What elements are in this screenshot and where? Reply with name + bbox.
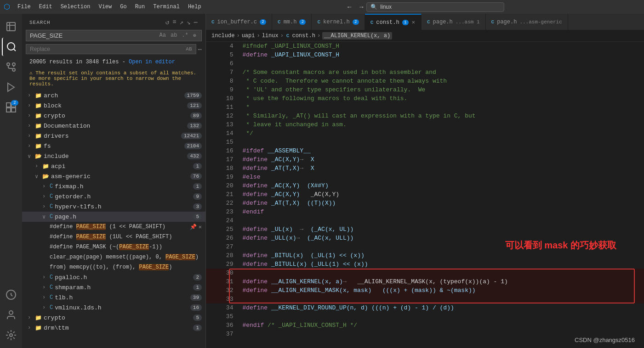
title-search-icon: 🔍 [370, 4, 377, 11]
breadcrumb-function[interactable]: __ALIGN_KERNEL(x, a) [322, 32, 392, 39]
case-sensitive-btn[interactable]: Aa [158, 32, 167, 39]
replace-input[interactable] [30, 46, 184, 52]
pin-icon[interactable]: 📌 [190, 224, 197, 230]
tree-item-block[interactable]: › 📁 block 121 [22, 101, 205, 111]
search-input[interactable] [30, 32, 156, 39]
accounts-icon[interactable] [2, 306, 20, 324]
tree-item-getorder[interactable]: › C getorder.h 9 [22, 191, 205, 202]
source-control-icon[interactable] [2, 58, 20, 76]
view-as-tree-icon[interactable]: ↘ [187, 18, 191, 26]
tab-page-h-asm[interactable]: C page.h ...asm 1 [422, 14, 486, 30]
code-row: 20 #define _AC(X,Y) (X##Y) [206, 181, 644, 190]
nav-back-button[interactable]: ← [344, 2, 354, 12]
menu-run[interactable]: Run [131, 3, 149, 11]
menu-file[interactable]: File [14, 3, 34, 11]
code-row: 36 #endif /* _UAPI_LINUX_CONST_H */ [206, 321, 644, 330]
result-define-page-mask[interactable]: #define PAGE_MASK (~(PAGE_SIZE-1)) [22, 242, 205, 252]
nav-forward-button[interactable]: → [356, 2, 366, 12]
tree-item-asm-generic[interactable]: ∨ 📂 asm-generic 76 [22, 171, 205, 181]
menu-selection[interactable]: Selection [57, 3, 94, 11]
run-debug-icon[interactable] [2, 78, 20, 96]
collapse-all-icon[interactable]: ≡ [172, 18, 177, 26]
tab-ion-buffer[interactable]: C ion_buffer.c 2 [206, 14, 272, 30]
line-number: 15 [206, 138, 240, 146]
code-row: 29 #define _BITULL(x) (_ULL(1) << (x)) [206, 260, 644, 269]
title-search-input[interactable] [380, 4, 500, 10]
explorer-icon[interactable] [2, 17, 20, 36]
result-count: 1 [193, 183, 202, 190]
regex-btn[interactable]: .* [180, 32, 189, 39]
code-row: 34 #define __KERNEL_DIV_ROUND_UP(n, d) (… [206, 303, 644, 312]
tree-item-tlb[interactable]: › C tlb.h 39 [22, 292, 205, 303]
tree-item-page-h[interactable]: ∨ C page.h 5 [22, 212, 205, 222]
line-number: 37 [206, 330, 240, 338]
breadcrumb-const-h[interactable]: const.h [292, 33, 315, 39]
open-in-editor-link[interactable]: Open in editor [129, 59, 175, 65]
whole-word-btn[interactable]: ab [169, 32, 178, 39]
menu-go[interactable]: Go [116, 3, 130, 11]
line-content: #define _AC(X,Y) (X##Y) [240, 181, 644, 190]
extensions-icon[interactable]: 2 [2, 98, 20, 117]
tree-item-fixmap[interactable]: › C fixmap.h 1 [22, 181, 205, 191]
tab-page-h-asm-generic[interactable]: C page.h ...asm-generic [486, 14, 568, 30]
add-cursor-btn[interactable]: ⊕ [192, 32, 198, 39]
tree-item-hyperv-tlfs[interactable]: › C hyperv-tlfs.h 3 [22, 202, 205, 212]
tab-const-h[interactable]: C const.h 1 ✕ [365, 14, 422, 30]
tree-item-drivers[interactable]: › 📁 drivers 12421 [22, 131, 205, 141]
result-from-memcpy[interactable]: from) memcpy((to), (from), PAGE_SIZE) [22, 262, 205, 272]
tab-kernel-h[interactable]: C kernel.h 2 [312, 14, 365, 30]
line-number: 25 [206, 225, 240, 234]
menu-help[interactable]: Help [184, 3, 205, 11]
breadcrumb-include[interactable]: include [211, 33, 234, 39]
svg-rect-0 [7, 22, 15, 31]
close-result-icon[interactable]: ✕ [199, 224, 202, 230]
tree-item-crypto-bottom[interactable]: › 📁 crypto 5 [22, 313, 205, 323]
code-editor[interactable]: 4 #ifndef _UAPI_LINUX_CONST_H 5 #define … [206, 42, 644, 348]
replace-box[interactable]: AB [26, 44, 196, 54]
tree-item-fs[interactable]: › 📁 fs 2104 [22, 141, 205, 151]
tree-container[interactable]: › 📁 arch 1759 › 📁 block 121 › 📁 crypto 8… [22, 90, 205, 348]
menu-view[interactable]: View [95, 3, 115, 11]
search-activity-icon[interactable] [2, 38, 20, 56]
code-row: 33 [206, 295, 644, 303]
breadcrumb-uapi[interactable]: uapi [242, 33, 255, 39]
result-count: 121 [187, 102, 202, 109]
code-row: 25 #define _UL(x) → (_AC(x, UL)) [206, 225, 644, 234]
settings-icon[interactable] [2, 326, 20, 344]
tree-item-vmlinux[interactable]: › C vmlinux.lds.h 16 [22, 303, 205, 313]
breadcrumb-sep: › [317, 33, 320, 39]
code-row: 35 [206, 312, 644, 321]
clear-results-icon[interactable]: ↗ [180, 18, 184, 26]
tree-item-shmparam[interactable]: › C shmparam.h 1 [22, 282, 205, 292]
chevron-right-icon: › [42, 183, 50, 190]
replace-actions-icon[interactable]: ⋯ [198, 45, 202, 53]
tree-item-acpi[interactable]: › 📁 acpi 1 [22, 161, 205, 171]
search-box[interactable]: Aa ab .* ⊕ [26, 30, 202, 41]
line-number: 8 [206, 77, 240, 85]
tree-item-drm-ttm[interactable]: › 📁 drm\ttm 1 [22, 323, 205, 333]
tree-item-crypto[interactable]: › 📁 crypto 89 [22, 111, 205, 121]
main-layout: 2 SEARCH ↺ ≡ ↗ ↘ ⋯ Aa [0, 14, 644, 348]
more-actions-icon[interactable]: ⋯ [194, 18, 198, 26]
refresh-icon[interactable]: ↺ [165, 18, 170, 26]
title-search-box[interactable]: 🔍 [366, 2, 504, 12]
tree-item-include[interactable]: ∨ 📂 include 432 [22, 151, 205, 161]
result-clear-page[interactable]: clear_page(page) memset((page), 0, PAGE_… [22, 252, 205, 262]
chevron-right-icon: › [28, 112, 35, 119]
result-define-page-size-2[interactable]: #define PAGE_SIZE (1UL << PAGE_SHIFT) [22, 232, 205, 242]
c-file-icon: C [50, 183, 53, 190]
svg-point-5 [12, 68, 15, 71]
result-count: 89 [190, 112, 202, 119]
tree-item-pgalloc[interactable]: › C pgalloc.h 2 [22, 272, 205, 282]
tab-bar: C ion_buffer.c 2 C mm.h 2 C kernel.h 2 C… [206, 14, 644, 30]
remote-icon[interactable] [2, 286, 20, 304]
menu-edit[interactable]: Edit [35, 3, 56, 11]
chevron-right-icon: › [28, 123, 35, 129]
breadcrumb-linux[interactable]: linux [262, 33, 279, 39]
result-define-page-size-1[interactable]: #define PAGE_SIZE (1 << PAGE_SHIFT) 📌 ✕ [22, 222, 205, 232]
menu-terminal[interactable]: Terminal [149, 3, 183, 11]
tab-close-icon[interactable]: ✕ [411, 18, 416, 26]
tree-item-arch[interactable]: › 📁 arch 1759 [22, 90, 205, 101]
tree-item-documentation[interactable]: › 📁 Documentation 132 [22, 121, 205, 131]
tab-mm-h[interactable]: C mm.h 2 [272, 14, 312, 30]
